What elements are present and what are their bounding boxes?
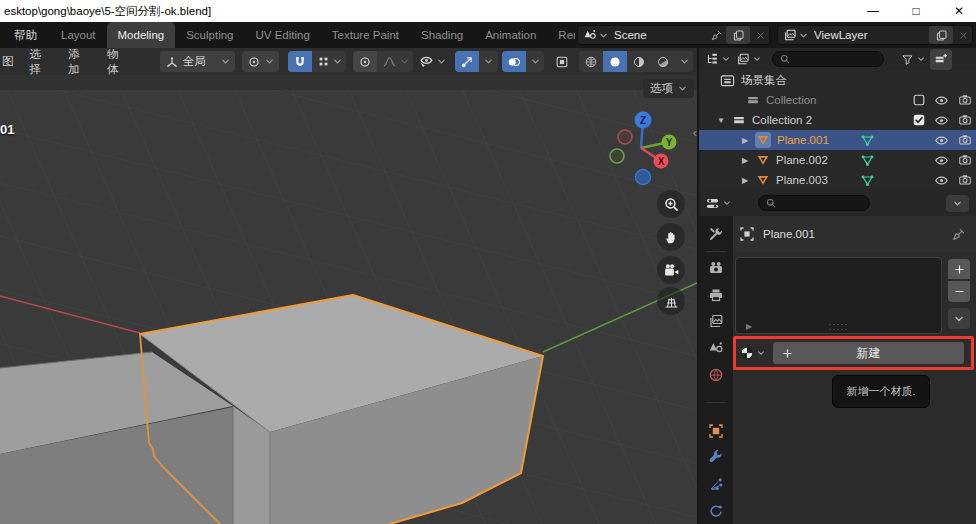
- overlays-dropdown[interactable]: [526, 51, 544, 72]
- chevron-down-icon[interactable]: [597, 31, 608, 40]
- tab-tool[interactable]: [699, 221, 733, 248]
- material-slot-list[interactable]: ▶ ····· ·····: [735, 257, 942, 334]
- row-plane-003[interactable]: ▶ Plane.003: [699, 170, 976, 190]
- new-material-button[interactable]: 新建: [773, 342, 964, 364]
- row-scene-collection[interactable]: 场景集合: [699, 70, 976, 90]
- tab-object[interactable]: [699, 417, 733, 444]
- row-label[interactable]: Collection: [766, 94, 817, 106]
- browse-material-dropdown[interactable]: [737, 342, 767, 364]
- exclude-checkbox-unchecked[interactable]: [907, 93, 930, 107]
- viewport-3d[interactable]: Z Y X 选项 ‹ 01: [0, 75, 697, 524]
- proportional-edit-toggle[interactable]: [353, 51, 377, 72]
- tab-animation[interactable]: Animation: [474, 22, 547, 48]
- add-menu[interactable]: 添加: [60, 47, 99, 77]
- close-button[interactable]: ✕: [942, 0, 976, 22]
- sidebar-collapse-arrow[interactable]: ‹: [693, 125, 697, 140]
- view-layer-selector[interactable]: ViewLayer: [777, 25, 973, 45]
- remove-material-slot-button[interactable]: [948, 281, 970, 302]
- shading-rendered-button[interactable]: [651, 51, 675, 72]
- display-mode-dropdown[interactable]: [733, 49, 764, 70]
- perspective-toggle-button[interactable]: [657, 287, 685, 315]
- gizmo-neg-x-ball[interactable]: [618, 130, 632, 144]
- viewport-options-dropdown[interactable]: 选项: [643, 79, 694, 98]
- row-collection-2[interactable]: ▼ Collection 2: [699, 110, 976, 130]
- delete-scene-icon[interactable]: [751, 30, 769, 41]
- tab-sculpting[interactable]: Sculpting: [175, 22, 244, 48]
- object-menu[interactable]: 物体: [99, 47, 138, 77]
- new-scene-button[interactable]: [726, 26, 750, 44]
- collapse-triangle-icon[interactable]: ▼: [715, 116, 727, 125]
- delete-view-layer-icon[interactable]: [954, 30, 972, 41]
- tab-shading[interactable]: Shading: [410, 22, 474, 48]
- tab-modifiers[interactable]: [699, 444, 733, 471]
- eye-icon[interactable]: [930, 153, 953, 168]
- filter-dropdown[interactable]: [898, 49, 928, 70]
- row-label[interactable]: 场景集合: [741, 73, 787, 88]
- eye-icon[interactable]: [930, 93, 953, 108]
- camera-icon[interactable]: [953, 93, 976, 107]
- pan-hand-button[interactable]: [657, 223, 685, 251]
- transform-orientation-dropdown[interactable]: 全局: [160, 51, 235, 72]
- gizmo-neg-z-ball[interactable]: [636, 170, 651, 185]
- tab-view-layer[interactable]: [699, 308, 733, 335]
- help-menu[interactable]: 帮助: [8, 22, 43, 48]
- shading-dropdown[interactable]: [675, 51, 693, 72]
- minimize-button[interactable]: —: [856, 0, 890, 22]
- breadcrumb-object-name[interactable]: Plane.001: [763, 228, 815, 240]
- properties-options-dropdown[interactable]: [946, 195, 969, 212]
- outliner-search-input[interactable]: [772, 51, 884, 67]
- maximize-button[interactable]: □: [899, 0, 933, 22]
- row-plane-001[interactable]: ▶ Plane.001: [699, 130, 976, 150]
- view-menu[interactable]: 图: [0, 54, 22, 69]
- chevron-down-icon[interactable]: [797, 31, 808, 40]
- pivot-point-dropdown[interactable]: [242, 51, 279, 72]
- tab-uv-editing[interactable]: UV Editing: [245, 22, 321, 48]
- add-material-slot-button[interactable]: [948, 259, 970, 280]
- exclude-checkbox-checked[interactable]: [907, 113, 930, 127]
- new-view-layer-button[interactable]: [929, 26, 953, 44]
- expand-triangle-icon[interactable]: ▶: [739, 156, 751, 165]
- proportional-falloff-dropdown[interactable]: [377, 51, 413, 72]
- tab-output[interactable]: [699, 281, 733, 308]
- gizmo-neg-y-ball[interactable]: [610, 149, 624, 163]
- tab-physics[interactable]: [699, 497, 733, 524]
- row-collection[interactable]: Collection: [699, 90, 976, 110]
- row-label[interactable]: Plane.002: [776, 154, 828, 166]
- show-object-types-dropdown[interactable]: [413, 51, 451, 72]
- properties-editor-type-dropdown[interactable]: [699, 193, 734, 214]
- row-label[interactable]: Collection 2: [752, 114, 812, 126]
- properties-search-input[interactable]: [758, 195, 870, 211]
- row-label[interactable]: Plane.001: [777, 134, 829, 146]
- camera-icon[interactable]: [953, 153, 976, 167]
- new-collection-button[interactable]: [930, 49, 952, 70]
- eye-icon[interactable]: [930, 173, 953, 188]
- camera-view-button[interactable]: [657, 256, 685, 284]
- show-gizmo-toggle[interactable]: [455, 51, 479, 72]
- tab-world[interactable]: [699, 362, 733, 389]
- pin-icon[interactable]: [951, 227, 966, 242]
- editor-type-dropdown[interactable]: [699, 49, 733, 70]
- gizmo-dropdown[interactable]: [479, 51, 497, 72]
- tab-texture-paint[interactable]: Texture Paint: [321, 22, 410, 48]
- pin-icon[interactable]: [710, 29, 723, 42]
- camera-icon[interactable]: [953, 173, 976, 187]
- row-label[interactable]: Plane.003: [776, 174, 828, 186]
- eye-icon[interactable]: [930, 113, 953, 128]
- scene-name[interactable]: Scene: [608, 29, 710, 41]
- zoom-button[interactable]: [657, 190, 685, 218]
- select-menu[interactable]: 选择: [22, 47, 61, 77]
- tab-rendering[interactable]: Renderi: [547, 22, 575, 48]
- camera-icon[interactable]: [953, 133, 976, 147]
- material-specials-dropdown[interactable]: [948, 308, 970, 329]
- xray-toggle[interactable]: [550, 51, 574, 72]
- shading-solid-button[interactable]: [603, 51, 627, 72]
- tab-render[interactable]: [699, 255, 733, 282]
- row-plane-002[interactable]: ▶ Plane.002: [699, 150, 976, 170]
- tab-layout[interactable]: Layout: [50, 22, 107, 48]
- view-layer-name[interactable]: ViewLayer: [808, 29, 929, 41]
- snap-toggle[interactable]: [288, 51, 312, 72]
- camera-icon[interactable]: [953, 113, 976, 127]
- show-overlays-toggle[interactable]: [502, 51, 526, 72]
- eye-icon[interactable]: [930, 133, 953, 148]
- expand-triangle-icon[interactable]: ▶: [739, 136, 751, 145]
